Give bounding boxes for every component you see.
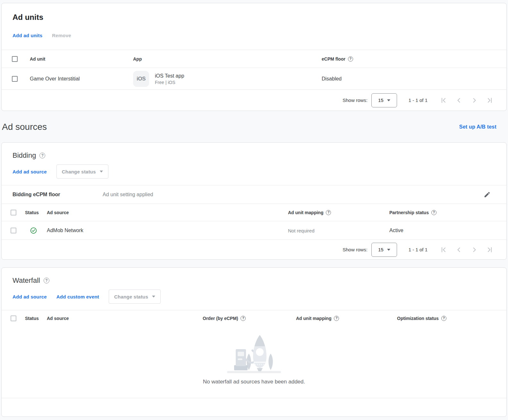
help-icon[interactable]: ? [326,210,331,215]
table-row[interactable]: AdMob Network Not required Active [2,221,506,239]
chevron-right-icon [470,246,478,254]
ad-sources-title: Ad sources [2,122,47,132]
column-ad-source: Ad source [47,316,69,321]
column-ad-source: Ad source [47,210,69,215]
empty-state-message: No waterfall ad sources have been added. [203,379,305,385]
first-page-button[interactable] [436,93,451,108]
column-status: Status [25,210,39,215]
bidding-title: Bidding ? [2,143,506,160]
rocket-fuel-pump-illustration [226,331,282,375]
select-all-checkbox[interactable] [12,56,18,62]
ad-unit-name: Game Over Interstitial [30,76,80,82]
change-status-button[interactable]: Change status [109,290,161,304]
edit-ecpm-floor-button[interactable] [481,188,494,201]
ad-units-actions: Add ad units Remove [2,29,506,42]
bidding-card: Bidding ? Add ad source Change status Bi… [1,142,507,260]
help-icon[interactable]: ? [241,316,246,321]
ad-unit-mapping-value: Not required [288,228,315,233]
remove-ad-units-button[interactable]: Remove [49,30,74,41]
ecpm-floor-value: Disabled [322,76,342,82]
ad-units-table-header: Ad unit App eCPM floor ? [2,50,506,68]
bidding-table-header: Status Ad source Ad unit mapping ? Partn… [2,204,506,221]
waterfall-table-header: Status Ad source Order (by eCPM) ? Ad un… [2,310,506,326]
first-page-icon [440,246,447,254]
column-ad-unit: Ad unit [30,56,45,62]
add-ad-source-button[interactable]: Add ad source [10,291,49,302]
help-icon[interactable]: ? [348,56,353,62]
app-cell: iOS iOS Test app Free | iOS [133,71,184,87]
help-icon[interactable]: ? [334,316,339,321]
add-custom-event-button[interactable]: Add custom event [54,291,102,302]
app-name: iOS Test app [155,72,184,80]
table-row[interactable]: Game Over Interstitial iOS iOS Test app … [2,68,506,89]
help-icon[interactable]: ? [441,316,446,321]
column-partnership-status: Partnership status ? [389,210,436,215]
last-page-icon [486,246,494,254]
ad-sources-section-header: Ad sources Set up A/B test [1,121,507,133]
ad-units-pagination: Show rows: 15 1 - 1 of 1 [2,89,506,111]
waterfall-actions: Add ad source Add custom event Change st… [2,290,506,304]
next-page-button[interactable] [467,93,482,108]
page-range: 1 - 1 of 1 [409,97,428,103]
waterfall-empty-state: No waterfall ad sources have been added. [2,326,506,398]
chevron-left-icon [455,97,463,104]
bidding-ecpm-floor-row: Bidding eCPM floor Ad unit setting appli… [2,185,506,204]
column-ad-unit-mapping: Ad unit mapping ? [296,316,339,321]
ad-units-card: Ad units Add ad units Remove Ad unit App… [1,3,507,111]
chevron-right-icon [470,97,478,104]
bidding-actions: Add ad source Change status [2,164,506,179]
first-page-button[interactable] [436,242,451,257]
next-page-button[interactable] [467,242,482,257]
active-status-icon [30,227,37,234]
app-meta: Free | iOS [155,80,184,85]
pencil-icon [484,191,491,198]
select-all-checkbox[interactable] [11,210,16,215]
show-rows-label: Show rows: [343,97,368,103]
help-icon[interactable]: ? [44,278,49,283]
rows-per-page-select[interactable]: 15 [371,243,397,257]
chevron-down-icon [387,249,390,251]
chevron-down-icon [387,99,390,101]
column-status: Status [25,316,39,321]
show-rows-label: Show rows: [343,247,368,252]
partnership-status-value: Active [389,228,403,233]
waterfall-title: Waterfall ? [2,268,506,285]
ios-app-icon: iOS [133,71,149,87]
add-ad-units-button[interactable]: Add ad units [10,30,45,41]
select-all-checkbox[interactable] [11,315,16,321]
ad-source-name: AdMob Network [47,228,83,233]
bidding-pagination: Show rows: 15 1 - 1 of 1 [2,239,506,259]
last-page-button[interactable] [482,93,497,108]
chevron-down-icon [100,171,103,172]
row-checkbox[interactable] [12,76,18,82]
last-page-button[interactable] [482,242,497,257]
rows-per-page-select[interactable]: 15 [371,93,397,107]
setup-ab-test-link[interactable]: Set up A/B test [459,122,496,132]
bidding-ecpm-floor-value: Ad unit setting applied [103,192,153,197]
chevron-left-icon [455,246,463,254]
bidding-ecpm-floor-label: Bidding eCPM floor [13,192,60,197]
last-page-icon [486,97,494,104]
row-checkbox[interactable] [11,228,16,233]
add-ad-source-button[interactable]: Add ad source [10,166,49,177]
help-icon[interactable]: ? [39,153,45,158]
column-order: Order (by eCPM) ? [203,316,246,321]
column-ad-unit-mapping: Ad unit mapping ? [288,210,331,215]
waterfall-card: Waterfall ? Add ad source Add custom eve… [1,267,507,417]
column-ecpm-floor: eCPM floor ? [322,56,353,62]
column-optimization-status: Optimization status ? [397,316,446,321]
column-app: App [133,56,142,62]
first-page-icon [440,97,447,104]
page-range: 1 - 1 of 1 [409,247,428,252]
waterfall-card-footer [2,398,506,416]
previous-page-button[interactable] [451,242,467,257]
change-status-button[interactable]: Change status [56,164,108,179]
chevron-down-icon [152,296,155,298]
help-icon[interactable]: ? [431,210,436,215]
previous-page-button[interactable] [451,93,467,108]
ad-units-title: Ad units [2,3,506,22]
